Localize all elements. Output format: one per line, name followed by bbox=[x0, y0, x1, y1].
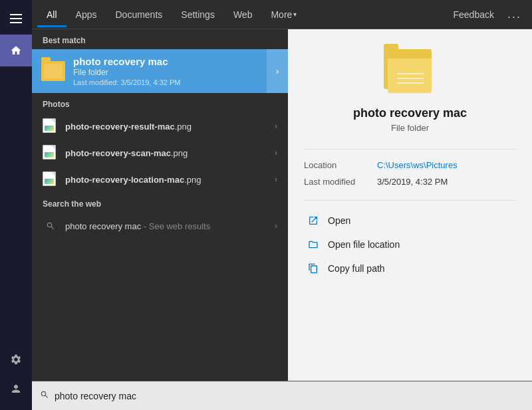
web-query: photo recovery mac - See web results bbox=[65, 221, 275, 231]
modified-value: 3/5/2019, 4:32 PM bbox=[377, 177, 448, 187]
tab-apps[interactable]: Apps bbox=[66, 3, 106, 27]
tab-settings[interactable]: Settings bbox=[172, 3, 224, 27]
main-content: All Apps Documents Settings Web More ▾ F… bbox=[32, 0, 532, 410]
best-match-subtitle: File folder bbox=[73, 68, 280, 77]
chevron-right-icon: › bbox=[275, 148, 277, 157]
copy-full-path-action[interactable]: Copy full path bbox=[304, 256, 516, 280]
modified-label: Last modified bbox=[304, 177, 377, 187]
detail-title: photo recovery mac bbox=[353, 106, 467, 120]
more-options-button[interactable]: ... bbox=[502, 7, 527, 21]
tab-documents[interactable]: Documents bbox=[106, 3, 172, 27]
tab-more-label: More bbox=[271, 9, 292, 20]
open-label: Open bbox=[328, 215, 350, 226]
sidebar-settings-button[interactable] bbox=[3, 346, 29, 373]
location-value[interactable]: C:\Users\ws\Pictures bbox=[377, 160, 458, 170]
copy-path-icon bbox=[307, 262, 320, 275]
sidebar-user-button[interactable] bbox=[3, 375, 29, 402]
open-action[interactable]: Open bbox=[304, 209, 516, 233]
sidebar bbox=[0, 0, 32, 410]
best-match-label: Best match bbox=[32, 29, 288, 49]
detail-metadata: Location C:\Users\ws\Pictures Last modif… bbox=[304, 160, 516, 187]
location-label: Location bbox=[304, 160, 377, 170]
feedback-button[interactable]: Feedback bbox=[446, 9, 502, 20]
list-item[interactable]: photo-recovery-scan-mac.png › bbox=[32, 140, 288, 166]
search-results-panel: Best match photo recovery mac File folde… bbox=[32, 29, 288, 381]
result-name: photo-recovery-location-mac.png bbox=[65, 175, 275, 185]
sidebar-home-button[interactable] bbox=[0, 35, 32, 66]
detail-subtitle: File folder bbox=[391, 123, 429, 133]
list-item[interactable]: photo-recovery-result-mac.png › bbox=[32, 113, 288, 140]
file-icon bbox=[43, 145, 59, 161]
location-row: Location C:\Users\ws\Pictures bbox=[304, 160, 516, 170]
best-match-text: photo recovery mac File folder Last modi… bbox=[73, 56, 280, 86]
web-label: Search the web bbox=[32, 193, 288, 213]
modified-row: Last modified 3/5/2019, 4:32 PM bbox=[304, 177, 516, 187]
tab-all[interactable]: All bbox=[37, 3, 66, 27]
search-bar-icon bbox=[40, 390, 49, 401]
chevron-down-icon: ▾ bbox=[293, 11, 297, 18]
best-match-date: Last modified: 3/5/2019, 4:32 PM bbox=[73, 78, 280, 86]
tab-web[interactable]: Web bbox=[224, 3, 262, 27]
best-match-title: photo recovery mac bbox=[73, 56, 280, 67]
hamburger-menu[interactable] bbox=[3, 5, 29, 32]
search-bar bbox=[32, 381, 532, 410]
best-match-item[interactable]: photo recovery mac File folder Last modi… bbox=[32, 49, 288, 93]
chevron-right-icon: › bbox=[275, 221, 277, 231]
detail-panel: photo recovery mac File folder Location … bbox=[288, 29, 532, 381]
web-search-item[interactable]: photo recovery mac - See web results › bbox=[32, 213, 288, 239]
chevron-right-icon: › bbox=[275, 175, 277, 184]
best-match-arrow-icon: › bbox=[267, 49, 288, 93]
list-item[interactable]: photo-recovery-location-mac.png › bbox=[32, 166, 288, 193]
photos-label: Photos bbox=[32, 93, 288, 113]
copy-full-path-label: Copy full path bbox=[328, 263, 385, 274]
open-icon bbox=[307, 214, 320, 227]
open-file-location-label: Open file location bbox=[328, 239, 400, 250]
content-area: Best match photo recovery mac File folde… bbox=[32, 29, 532, 381]
chevron-right-icon: › bbox=[275, 122, 277, 131]
result-name: photo-recovery-scan-mac.png bbox=[65, 148, 275, 158]
folder-icon bbox=[40, 58, 66, 84]
divider bbox=[304, 149, 516, 150]
search-icon bbox=[43, 218, 59, 234]
search-input[interactable] bbox=[55, 391, 524, 401]
tab-bar: All Apps Documents Settings Web More ▾ F… bbox=[32, 0, 532, 29]
open-file-location-icon bbox=[307, 238, 320, 251]
detail-folder-icon bbox=[384, 49, 437, 96]
divider2 bbox=[304, 200, 516, 201]
tab-more[interactable]: More ▾ bbox=[261, 3, 306, 27]
file-icon bbox=[43, 171, 59, 187]
file-icon bbox=[43, 118, 59, 134]
open-file-location-action[interactable]: Open file location bbox=[304, 233, 516, 256]
result-name: photo-recovery-result-mac.png bbox=[65, 122, 275, 132]
